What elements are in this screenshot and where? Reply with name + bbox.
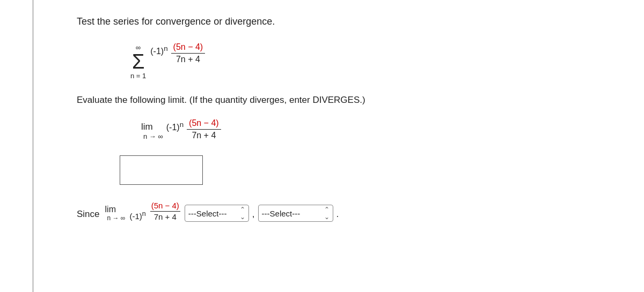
series-block: ∞ Σ n = 1 (-1)n (5n − 4) 7n + 4 (130, 42, 612, 80)
since-lim-word: lim (105, 205, 116, 214)
limit-fraction: (5n − 4) 7n + 4 (187, 118, 221, 140)
main-page: Test the series for convergence or diver… (32, 0, 644, 292)
lim-label: lim n → ∞ (141, 122, 163, 140)
limit-denominator: 7n + 4 (189, 130, 218, 140)
sigma-container: ∞ Σ n = 1 (130, 43, 146, 80)
evaluate-text: Evaluate the following limit. (If the qu… (77, 95, 612, 106)
since-lim-sub: n → ∞ (107, 214, 126, 222)
chevron-down-icon: ⌃⌄ (240, 206, 245, 221)
problem-title: Test the series for convergence or diver… (77, 16, 612, 27)
neg1n-series: (-1)n (150, 44, 167, 56)
sigma-symbol: Σ (132, 51, 145, 72)
limit-block: lim n → ∞ (-1)n (5n − 4) 7n + 4 (141, 118, 612, 140)
lim-word: lim (141, 122, 153, 132)
select1-dropdown[interactable]: ---Select--- ⌃⌄ (185, 205, 249, 222)
select2-dropdown[interactable]: ---Select--- ⌃⌄ (258, 205, 333, 222)
sigma-sub: n = 1 (130, 72, 146, 80)
since-neg1n: (-1)n (129, 210, 145, 222)
series-denominator: 7n + 4 (174, 54, 202, 64)
since-numerator: (5n − 4) (150, 201, 180, 212)
since-lim: lim n → ∞ (105, 205, 126, 222)
comma-separator: , (252, 209, 255, 222)
series-fraction: (5n − 4) 7n + 4 (171, 42, 206, 64)
chevron-down-icon-2: ⌃⌄ (324, 206, 330, 221)
lim-sub: n → ∞ (143, 132, 163, 140)
select1-label: ---Select--- (188, 209, 227, 218)
limit-numerator: (5n − 4) (187, 118, 221, 130)
since-label: Since (77, 209, 100, 222)
period-end: . (336, 209, 339, 222)
series-numerator: (5n − 4) (171, 42, 206, 54)
neg1n-limit: (-1)n (166, 121, 184, 132)
since-denominator: 7n + 4 (153, 212, 178, 222)
answer-input-box[interactable] (120, 155, 203, 185)
select2-label: ---Select--- (262, 209, 301, 218)
since-row: Since lim n → ∞ (-1)n (5n − 4) 7n + 4 --… (77, 201, 612, 222)
since-fraction: (5n − 4) 7n + 4 (150, 201, 180, 222)
